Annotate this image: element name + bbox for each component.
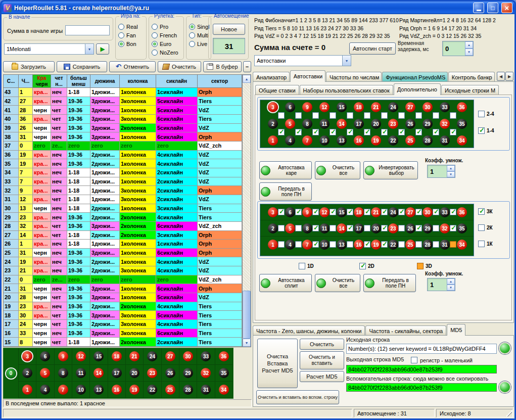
- number-9[interactable]: 9: [302, 102, 312, 112]
- clear-all-button[interactable]: Очистить все: [315, 161, 360, 179]
- board-cell-32[interactable]: 32: [197, 365, 215, 382]
- number-31[interactable]: 31: [440, 135, 450, 146]
- number-29[interactable]: 29: [423, 119, 433, 129]
- table-row[interactable]: 1633черннеч19-363дюжи...3колонка6сиклайн…: [4, 329, 242, 338]
- number-20[interactable]: 20: [371, 223, 381, 234]
- board-cell-34[interactable]: 34: [215, 382, 233, 398]
- corner-checkbox[interactable]: [278, 112, 285, 119]
- scroll-track[interactable]: [243, 83, 251, 339]
- column-checkbox-2К[interactable]: 2К: [478, 224, 493, 231]
- spin-up-icon[interactable]: ▲: [447, 278, 455, 285]
- number-1[interactable]: 1: [22, 385, 32, 395]
- row-range-checkbox-2-4[interactable]: 2-4: [478, 111, 494, 117]
- board-cell-29[interactable]: 29: [179, 365, 197, 382]
- split-checkbox[interactable]: [312, 241, 319, 248]
- table-row[interactable]: 431кра...неч1-181дюжи...1колонка1сиклайн…: [4, 88, 242, 97]
- number-25[interactable]: 25: [405, 240, 415, 250]
- corner-checkbox[interactable]: [450, 112, 456, 119]
- spin-down-icon[interactable]: ▼: [447, 171, 455, 177]
- number-17[interactable]: 17: [354, 223, 364, 234]
- split-checkbox[interactable]: [450, 209, 456, 215]
- column-header[interactable]: Ч...: [19, 75, 33, 88]
- number-4[interactable]: 4: [285, 135, 295, 146]
- number-24[interactable]: 24: [147, 351, 157, 361]
- number-18[interactable]: 18: [354, 207, 364, 217]
- number-31[interactable]: 31: [201, 385, 211, 395]
- number-31[interactable]: 31: [440, 240, 450, 250]
- board-cell-7[interactable]: 7: [55, 382, 72, 398]
- number-34[interactable]: 34: [457, 240, 467, 250]
- number-36[interactable]: 36: [457, 102, 467, 112]
- spin-down-icon[interactable]: ▼: [465, 49, 473, 56]
- transfer-to-pn-button[interactable]: Передать в поле ПН: [363, 274, 416, 292]
- corner-checkbox[interactable]: [381, 112, 388, 119]
- number-33[interactable]: 33: [440, 207, 450, 217]
- corner-checkbox[interactable]: [347, 112, 353, 119]
- minimize-button[interactable]: [473, 3, 484, 13]
- autobet-corner-button[interactable]: Автоставка каре: [259, 161, 312, 179]
- corner-checkbox[interactable]: [415, 112, 422, 119]
- table-row[interactable]: 261кра...неч1-181дюжи...1колонка1сиклайн…: [4, 240, 242, 249]
- number-23[interactable]: 23: [388, 223, 398, 234]
- coef1-spinner[interactable]: 1 ▲▼: [427, 165, 455, 178]
- number-1[interactable]: 1: [268, 240, 278, 250]
- split-checkbox[interactable]: [330, 225, 336, 231]
- number-6[interactable]: 6: [40, 351, 50, 361]
- radio-Bon[interactable]: Bon: [118, 41, 144, 47]
- md5-combo-button[interactable]: Очистка Вставка Расчет MD5: [257, 339, 298, 388]
- split-checkbox[interactable]: [278, 225, 285, 231]
- dozen-line-checkbox-2D[interactable]: 2D: [359, 263, 374, 269]
- number-21[interactable]: 21: [371, 207, 381, 217]
- number-17[interactable]: 17: [112, 368, 122, 378]
- autobet-split-button[interactable]: Автоставка сплит: [259, 274, 312, 292]
- number-26[interactable]: 26: [165, 368, 175, 378]
- number-21[interactable]: 21: [371, 102, 381, 112]
- radio-Euro[interactable]: Euro: [152, 41, 181, 47]
- close-button[interactable]: ×: [501, 3, 512, 13]
- table-row[interactable]: 329кра...неч1-181дюжи...3колонка2сиклайн…: [4, 186, 242, 195]
- board-cell-4[interactable]: 4: [36, 382, 54, 398]
- tab-Автоставки[interactable]: Автоставки: [290, 70, 325, 82]
- radio-Pro[interactable]: Pro: [152, 24, 181, 30]
- column-checkbox-1К[interactable]: 1К: [478, 241, 493, 247]
- split-checkbox[interactable]: [295, 209, 302, 215]
- corner-checkbox[interactable]: [450, 129, 456, 135]
- board-cell-5[interactable]: 5: [36, 365, 54, 382]
- profile-select[interactable]: 1Melonati ▼: [4, 43, 94, 55]
- table-row[interactable]: 2131черннеч19-363дюжи...1колонка6сиклайн…: [4, 284, 242, 293]
- table-scrollbar[interactable]: ▲ ▼: [242, 75, 251, 347]
- number-14[interactable]: 14: [93, 368, 104, 378]
- scroll-down-icon[interactable]: ▼: [243, 339, 251, 347]
- number-4[interactable]: 4: [285, 240, 295, 250]
- board-cell-17[interactable]: 17: [108, 365, 126, 382]
- split-checkbox[interactable]: [381, 225, 388, 231]
- split-checkbox[interactable]: [433, 225, 439, 231]
- resize-grip[interactable]: [506, 410, 512, 416]
- number-4[interactable]: 4: [40, 385, 50, 395]
- split-checkbox[interactable]: [381, 209, 388, 215]
- aux-copy-icon[interactable]: [499, 381, 511, 393]
- maximize-button[interactable]: □: [487, 3, 498, 13]
- table-row[interactable]: 347кра...неч1-181дюжи...1колонка2сиклайн…: [4, 168, 242, 177]
- tab-Общие-ставки[interactable]: Общие ставки: [255, 85, 299, 95]
- corner-checkbox[interactable]: [398, 129, 405, 135]
- split-checkbox[interactable]: [415, 225, 422, 231]
- number-2[interactable]: 2: [22, 368, 32, 378]
- number-28[interactable]: 28: [183, 385, 193, 395]
- number-19[interactable]: 19: [371, 240, 381, 250]
- number-5[interactable]: 5: [40, 368, 50, 378]
- number-27[interactable]: 27: [405, 102, 415, 112]
- corner-checkbox[interactable]: [312, 129, 319, 135]
- column-header[interactable]: колонка: [120, 75, 156, 88]
- split-checkbox[interactable]: [398, 225, 405, 231]
- number-30[interactable]: 30: [423, 207, 433, 217]
- number-0[interactable]: 0: [6, 368, 16, 379]
- tabs-scroll-right[interactable]: ▶: [505, 72, 513, 81]
- split-checkbox[interactable]: [347, 225, 353, 231]
- split-checkbox[interactable]: [295, 225, 302, 231]
- play-button[interactable]: ▶: [96, 43, 109, 55]
- tab-Дополнительно[interactable]: Дополнительно: [394, 83, 441, 95]
- number-33[interactable]: 33: [201, 351, 211, 361]
- number-14[interactable]: 14: [337, 223, 347, 234]
- number-27[interactable]: 27: [405, 207, 415, 217]
